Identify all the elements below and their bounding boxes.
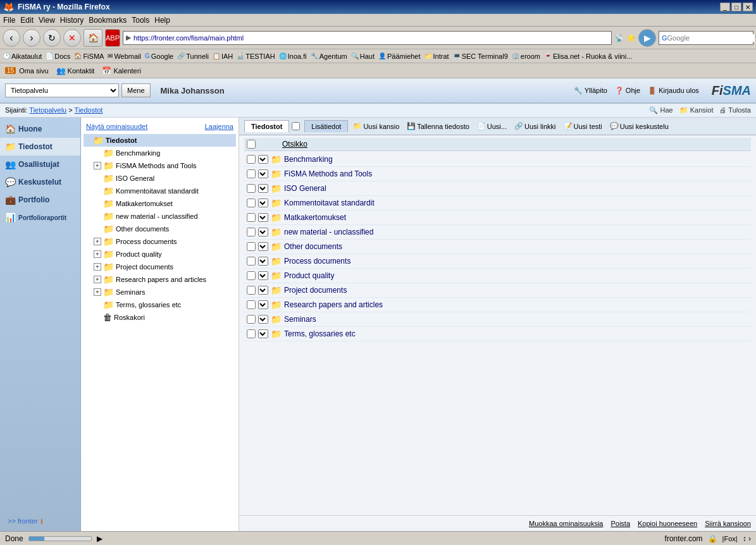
bookmark-elisa[interactable]: 🍷Elisa.net - Ruoka & viini... xyxy=(544,52,632,60)
show-properties-btn[interactable]: Näytä ominaisuudet xyxy=(86,123,147,130)
address-input[interactable] xyxy=(133,34,609,42)
file-name-terms[interactable]: Terms, glossaries etc xyxy=(284,329,356,338)
menu-tools[interactable]: Tools xyxy=(132,16,149,25)
search-input[interactable] xyxy=(667,34,755,42)
tab-lisatiedot[interactable]: Lisätiedot xyxy=(304,120,348,132)
file-name-matka[interactable]: Matkakertomukset xyxy=(284,213,346,222)
bookmark-testiah[interactable]: 🔬TESTIAH xyxy=(237,52,275,60)
file-name-iso[interactable]: ISO General xyxy=(284,184,326,193)
tree-item-process[interactable]: + 📁 Process documents xyxy=(94,235,236,248)
tree-item-benchmarking[interactable]: 📁 Benchmarking xyxy=(94,147,236,159)
uusi-keskustelu-btn[interactable]: 💬 Uusi keskustelu xyxy=(607,121,671,132)
menu-edit[interactable]: Edit xyxy=(20,16,34,25)
tallenna-tiedosto-btn[interactable]: 💾 Tallenna tiedosto xyxy=(404,121,472,132)
minimize-button[interactable]: _ xyxy=(720,3,730,11)
bookmark-sec[interactable]: 💻SEC Terminal9 xyxy=(453,52,508,60)
row-dropdown-matka[interactable]: ▼ xyxy=(258,213,268,222)
siirra-link[interactable]: Siirrä kansioon xyxy=(705,520,751,527)
row-checkbox-project[interactable] xyxy=(247,286,256,295)
row-checkbox-process[interactable] xyxy=(247,257,256,266)
row-dropdown-new-material[interactable]: ▼ xyxy=(258,228,268,236)
tree-item-terms[interactable]: 📁 Terms, glossaries etc xyxy=(94,298,236,311)
row-checkbox-kommentoitavat[interactable] xyxy=(247,199,256,207)
tree-item-iso[interactable]: 📁 ISO General xyxy=(94,172,236,185)
file-name-new-material[interactable]: new material - unclassified xyxy=(284,228,373,236)
menu-help[interactable]: Help xyxy=(154,16,170,25)
bookmark-docs[interactable]: 📄Docs xyxy=(46,52,70,60)
tree-item-kommentoitavat[interactable]: 📁 Kommentoitavat standardit xyxy=(94,185,236,197)
back-button[interactable]: ‹ xyxy=(3,29,20,47)
bookmark-haut[interactable]: 🔍Haut xyxy=(351,52,375,60)
kopioi-link[interactable]: Kopioi huoneeseen xyxy=(638,520,697,527)
muokkaa-link[interactable]: Muokkaa ominaisuuksia xyxy=(529,520,603,527)
row-checkbox-research[interactable] xyxy=(247,300,256,309)
file-name-research[interactable]: Research papers and articles xyxy=(284,300,383,309)
tree-item-fisma-methods[interactable]: + 📁 FiSMA Methods and Tools xyxy=(94,159,236,172)
file-name-other-docs[interactable]: Other documents xyxy=(284,242,342,251)
column-title-header[interactable]: Otsikko xyxy=(282,140,307,149)
breadcrumb-tietopalvelu[interactable]: Tietopalvelu xyxy=(29,106,66,114)
row-dropdown-kommentoitavat[interactable]: ▼ xyxy=(258,199,268,207)
kirjaudu-ulos-button[interactable]: 🚪 Kirjaudu ulos xyxy=(648,87,699,95)
bookmark-eroom[interactable]: 🏢eroom xyxy=(512,52,540,60)
personal-kontaktit[interactable]: 👥Kontaktit xyxy=(56,66,95,75)
bookmark-tunneli[interactable]: 🔗Tunneli xyxy=(177,52,209,60)
ohje-button[interactable]: ❓ Ohje xyxy=(615,87,640,95)
tree-item-other-docs[interactable]: 📁 Other documents xyxy=(94,223,236,235)
stop-button[interactable]: ✕ xyxy=(63,29,81,47)
row-dropdown-seminars[interactable]: ▼ xyxy=(258,315,268,324)
row-checkbox-iso[interactable] xyxy=(247,184,256,193)
forward-button[interactable]: › xyxy=(23,29,40,47)
row-dropdown-product[interactable]: ▼ xyxy=(258,271,268,280)
tulosta-link[interactable]: 🖨 Tulosta xyxy=(719,106,751,114)
tree-root-tiedostot[interactable]: 📁 Tiedostot xyxy=(84,134,236,147)
close-button[interactable]: ✕ xyxy=(743,3,753,11)
row-checkbox-product[interactable] xyxy=(247,271,256,280)
sidebar-item-osallistujat[interactable]: 👥 Osallistujat xyxy=(0,156,80,173)
maximize-button[interactable]: □ xyxy=(731,3,741,11)
lisatiedot-checkbox[interactable] xyxy=(292,122,300,130)
row-checkbox-benchmarking[interactable] xyxy=(247,155,256,164)
file-name-seminars[interactable]: Seminars xyxy=(284,315,316,324)
nav-dropdown[interactable]: Tietopalvelu xyxy=(5,83,119,97)
uusi-kansio-btn[interactable]: 📁 Uusi kansio xyxy=(350,121,402,132)
bookmark-paamiehet[interactable]: 👤Päämiehet xyxy=(378,52,421,60)
file-name-benchmarking[interactable]: Benchmarking xyxy=(284,155,333,164)
reload-button[interactable]: ↻ xyxy=(43,29,61,47)
rss-icon[interactable]: 📡 xyxy=(614,34,624,42)
go-button[interactable]: ▶ xyxy=(638,29,656,47)
file-name-process[interactable]: Process documents xyxy=(284,257,350,266)
uusi-linkki-btn[interactable]: 🔗 Uusi linkki xyxy=(512,121,559,132)
poista-link[interactable]: Poista xyxy=(610,520,630,527)
tab-tiedostot[interactable]: Tiedostot xyxy=(244,120,289,132)
star-icon[interactable]: ⭐ xyxy=(626,34,636,42)
tree-item-research[interactable]: + 📁 Research papers and articles xyxy=(94,273,236,286)
row-checkbox-fisma-methods[interactable] xyxy=(247,169,256,178)
tree-item-roskakori[interactable]: 🗑 Roskakori xyxy=(94,311,236,324)
row-dropdown-terms[interactable]: ▼ xyxy=(258,329,268,338)
expand-btn[interactable]: Laajenna xyxy=(205,123,233,130)
yllapito-button[interactable]: 🔧 Ylläpito xyxy=(574,87,607,95)
sidebar-item-portfolio[interactable]: 💼 Portfolio xyxy=(0,191,80,209)
sidebar-item-huone[interactable]: 🏠 Huone xyxy=(0,120,80,138)
row-dropdown-project[interactable]: ▼ xyxy=(258,286,268,295)
bookmark-iah[interactable]: 📋IAH xyxy=(213,52,233,60)
menu-bookmarks[interactable]: Bookmarks xyxy=(89,16,127,25)
row-dropdown-iso[interactable]: ▼ xyxy=(258,184,268,193)
bookmark-inoa[interactable]: 🌐Inoa.fi xyxy=(279,52,307,60)
row-checkbox-terms[interactable] xyxy=(247,329,256,338)
uusi-btn[interactable]: 📄 Uusi... xyxy=(474,121,509,132)
bookmark-fisma[interactable]: 🏠FiSMA xyxy=(74,52,104,60)
bookmark-google[interactable]: GGoogle xyxy=(145,52,173,60)
sidebar-item-tiedostot[interactable]: 📁 Tiedostot xyxy=(0,138,80,156)
row-checkbox-matka[interactable] xyxy=(247,213,256,222)
row-dropdown-fisma-methods[interactable]: ▼ xyxy=(258,169,268,178)
uusi-testi-btn[interactable]: 📝 Uusi testi xyxy=(561,121,605,132)
personal-oma-sivu[interactable]: 15 Oma sivu xyxy=(5,67,49,75)
bookmark-webmail[interactable]: ✉Webmail xyxy=(108,52,141,60)
row-checkbox-other-docs[interactable] xyxy=(247,242,256,251)
bookmark-aikataulut[interactable]: 🕐Aikataulut xyxy=(3,52,42,60)
file-name-kommentoitavat[interactable]: Kommentoitavat standardit xyxy=(284,199,375,207)
select-all-checkbox[interactable] xyxy=(247,140,256,149)
row-dropdown-other-docs[interactable]: ▼ xyxy=(258,242,268,251)
